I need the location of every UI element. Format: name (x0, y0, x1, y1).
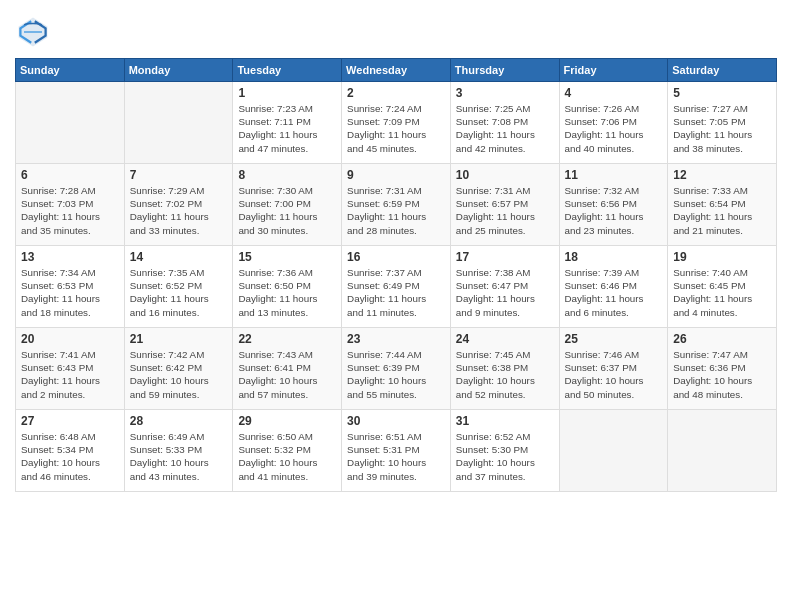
day-info: Sunrise: 6:50 AM Sunset: 5:32 PM Dayligh… (238, 430, 336, 483)
calendar-cell: 24Sunrise: 7:45 AM Sunset: 6:38 PM Dayli… (450, 328, 559, 410)
day-info: Sunrise: 7:41 AM Sunset: 6:43 PM Dayligh… (21, 348, 119, 401)
day-info: Sunrise: 7:40 AM Sunset: 6:45 PM Dayligh… (673, 266, 771, 319)
calendar-header-saturday: Saturday (668, 59, 777, 82)
day-number: 16 (347, 250, 445, 264)
day-info: Sunrise: 6:48 AM Sunset: 5:34 PM Dayligh… (21, 430, 119, 483)
day-info: Sunrise: 7:44 AM Sunset: 6:39 PM Dayligh… (347, 348, 445, 401)
week-row-4: 20Sunrise: 7:41 AM Sunset: 6:43 PM Dayli… (16, 328, 777, 410)
day-number: 29 (238, 414, 336, 428)
calendar-cell: 22Sunrise: 7:43 AM Sunset: 6:41 PM Dayli… (233, 328, 342, 410)
calendar-cell: 13Sunrise: 7:34 AM Sunset: 6:53 PM Dayli… (16, 246, 125, 328)
day-number: 23 (347, 332, 445, 346)
calendar-cell: 5Sunrise: 7:27 AM Sunset: 7:05 PM Daylig… (668, 82, 777, 164)
calendar-cell: 9Sunrise: 7:31 AM Sunset: 6:59 PM Daylig… (342, 164, 451, 246)
calendar-cell: 11Sunrise: 7:32 AM Sunset: 6:56 PM Dayli… (559, 164, 668, 246)
calendar-header-sunday: Sunday (16, 59, 125, 82)
calendar-header-thursday: Thursday (450, 59, 559, 82)
day-number: 17 (456, 250, 554, 264)
day-info: Sunrise: 7:27 AM Sunset: 7:05 PM Dayligh… (673, 102, 771, 155)
day-info: Sunrise: 6:51 AM Sunset: 5:31 PM Dayligh… (347, 430, 445, 483)
day-number: 1 (238, 86, 336, 100)
calendar-cell: 16Sunrise: 7:37 AM Sunset: 6:49 PM Dayli… (342, 246, 451, 328)
calendar-cell: 2Sunrise: 7:24 AM Sunset: 7:09 PM Daylig… (342, 82, 451, 164)
day-number: 2 (347, 86, 445, 100)
week-row-2: 6Sunrise: 7:28 AM Sunset: 7:03 PM Daylig… (16, 164, 777, 246)
calendar-header-tuesday: Tuesday (233, 59, 342, 82)
day-number: 13 (21, 250, 119, 264)
calendar-cell: 7Sunrise: 7:29 AM Sunset: 7:02 PM Daylig… (124, 164, 233, 246)
calendar-cell: 20Sunrise: 7:41 AM Sunset: 6:43 PM Dayli… (16, 328, 125, 410)
header (15, 10, 777, 50)
day-number: 18 (565, 250, 663, 264)
day-number: 4 (565, 86, 663, 100)
calendar-header-wednesday: Wednesday (342, 59, 451, 82)
calendar-cell: 26Sunrise: 7:47 AM Sunset: 6:36 PM Dayli… (668, 328, 777, 410)
calendar-cell: 31Sunrise: 6:52 AM Sunset: 5:30 PM Dayli… (450, 410, 559, 492)
day-number: 24 (456, 332, 554, 346)
calendar-cell: 30Sunrise: 6:51 AM Sunset: 5:31 PM Dayli… (342, 410, 451, 492)
day-number: 21 (130, 332, 228, 346)
calendar-header-monday: Monday (124, 59, 233, 82)
day-info: Sunrise: 7:36 AM Sunset: 6:50 PM Dayligh… (238, 266, 336, 319)
calendar-cell: 17Sunrise: 7:38 AM Sunset: 6:47 PM Dayli… (450, 246, 559, 328)
calendar-cell: 19Sunrise: 7:40 AM Sunset: 6:45 PM Dayli… (668, 246, 777, 328)
day-number: 3 (456, 86, 554, 100)
day-number: 31 (456, 414, 554, 428)
calendar-cell: 23Sunrise: 7:44 AM Sunset: 6:39 PM Dayli… (342, 328, 451, 410)
day-info: Sunrise: 7:37 AM Sunset: 6:49 PM Dayligh… (347, 266, 445, 319)
calendar-cell: 25Sunrise: 7:46 AM Sunset: 6:37 PM Dayli… (559, 328, 668, 410)
logo (15, 14, 55, 50)
day-info: Sunrise: 7:28 AM Sunset: 7:03 PM Dayligh… (21, 184, 119, 237)
day-number: 28 (130, 414, 228, 428)
calendar-cell: 4Sunrise: 7:26 AM Sunset: 7:06 PM Daylig… (559, 82, 668, 164)
day-info: Sunrise: 7:33 AM Sunset: 6:54 PM Dayligh… (673, 184, 771, 237)
day-info: Sunrise: 7:26 AM Sunset: 7:06 PM Dayligh… (565, 102, 663, 155)
day-info: Sunrise: 7:35 AM Sunset: 6:52 PM Dayligh… (130, 266, 228, 319)
day-info: Sunrise: 6:49 AM Sunset: 5:33 PM Dayligh… (130, 430, 228, 483)
calendar-cell (559, 410, 668, 492)
calendar-header-friday: Friday (559, 59, 668, 82)
day-number: 9 (347, 168, 445, 182)
logo-icon (15, 14, 51, 50)
day-number: 15 (238, 250, 336, 264)
day-number: 6 (21, 168, 119, 182)
day-number: 26 (673, 332, 771, 346)
day-info: Sunrise: 7:46 AM Sunset: 6:37 PM Dayligh… (565, 348, 663, 401)
day-info: Sunrise: 7:31 AM Sunset: 6:59 PM Dayligh… (347, 184, 445, 237)
day-number: 20 (21, 332, 119, 346)
day-info: Sunrise: 7:43 AM Sunset: 6:41 PM Dayligh… (238, 348, 336, 401)
calendar-cell: 3Sunrise: 7:25 AM Sunset: 7:08 PM Daylig… (450, 82, 559, 164)
calendar: SundayMondayTuesdayWednesdayThursdayFrid… (15, 58, 777, 492)
calendar-header-row: SundayMondayTuesdayWednesdayThursdayFrid… (16, 59, 777, 82)
calendar-cell (16, 82, 125, 164)
day-info: Sunrise: 7:31 AM Sunset: 6:57 PM Dayligh… (456, 184, 554, 237)
day-number: 5 (673, 86, 771, 100)
day-info: Sunrise: 7:34 AM Sunset: 6:53 PM Dayligh… (21, 266, 119, 319)
calendar-cell: 12Sunrise: 7:33 AM Sunset: 6:54 PM Dayli… (668, 164, 777, 246)
day-info: Sunrise: 7:42 AM Sunset: 6:42 PM Dayligh… (130, 348, 228, 401)
calendar-cell: 6Sunrise: 7:28 AM Sunset: 7:03 PM Daylig… (16, 164, 125, 246)
calendar-cell: 15Sunrise: 7:36 AM Sunset: 6:50 PM Dayli… (233, 246, 342, 328)
day-info: Sunrise: 7:32 AM Sunset: 6:56 PM Dayligh… (565, 184, 663, 237)
calendar-cell: 27Sunrise: 6:48 AM Sunset: 5:34 PM Dayli… (16, 410, 125, 492)
week-row-5: 27Sunrise: 6:48 AM Sunset: 5:34 PM Dayli… (16, 410, 777, 492)
calendar-cell: 29Sunrise: 6:50 AM Sunset: 5:32 PM Dayli… (233, 410, 342, 492)
calendar-cell: 10Sunrise: 7:31 AM Sunset: 6:57 PM Dayli… (450, 164, 559, 246)
day-info: Sunrise: 7:45 AM Sunset: 6:38 PM Dayligh… (456, 348, 554, 401)
day-number: 25 (565, 332, 663, 346)
day-number: 7 (130, 168, 228, 182)
calendar-cell: 18Sunrise: 7:39 AM Sunset: 6:46 PM Dayli… (559, 246, 668, 328)
day-number: 19 (673, 250, 771, 264)
day-info: Sunrise: 7:30 AM Sunset: 7:00 PM Dayligh… (238, 184, 336, 237)
day-number: 22 (238, 332, 336, 346)
day-info: Sunrise: 7:38 AM Sunset: 6:47 PM Dayligh… (456, 266, 554, 319)
calendar-cell: 1Sunrise: 7:23 AM Sunset: 7:11 PM Daylig… (233, 82, 342, 164)
day-number: 10 (456, 168, 554, 182)
day-info: Sunrise: 7:47 AM Sunset: 6:36 PM Dayligh… (673, 348, 771, 401)
day-number: 8 (238, 168, 336, 182)
day-info: Sunrise: 7:25 AM Sunset: 7:08 PM Dayligh… (456, 102, 554, 155)
week-row-3: 13Sunrise: 7:34 AM Sunset: 6:53 PM Dayli… (16, 246, 777, 328)
day-info: Sunrise: 7:39 AM Sunset: 6:46 PM Dayligh… (565, 266, 663, 319)
calendar-cell: 28Sunrise: 6:49 AM Sunset: 5:33 PM Dayli… (124, 410, 233, 492)
day-info: Sunrise: 7:29 AM Sunset: 7:02 PM Dayligh… (130, 184, 228, 237)
